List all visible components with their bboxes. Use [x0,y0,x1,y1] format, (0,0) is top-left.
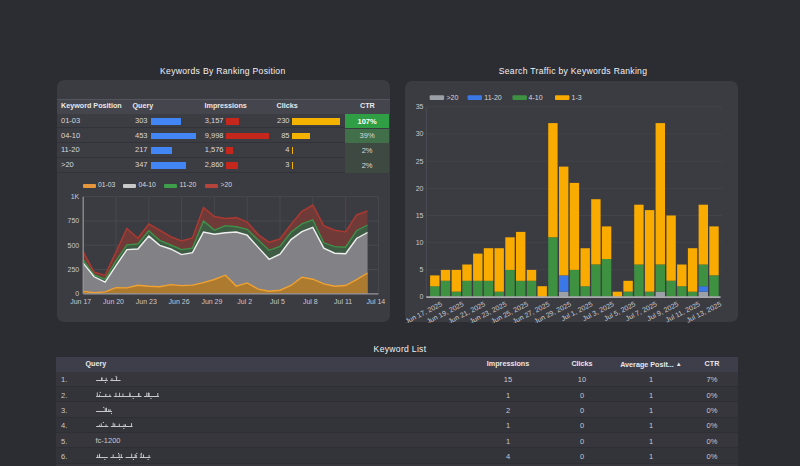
svg-text:15: 15 [416,211,424,218]
svg-text:25: 25 [416,157,424,164]
svg-text:500: 500 [67,242,79,249]
svg-text:750: 750 [67,217,79,224]
svg-text:Jun 26: Jun 26 [168,298,189,305]
svg-text:0: 0 [420,293,424,300]
svg-text:Jul 8: Jul 8 [302,298,317,305]
svg-text:5: 5 [420,266,424,273]
svg-text:Jun 29: Jun 29 [201,298,222,305]
svg-text:30: 30 [416,130,424,137]
svg-text:10: 10 [416,239,424,246]
svg-text:Jun 20: Jun 20 [102,298,123,305]
svg-text:Jul 2: Jul 2 [237,298,252,305]
svg-text:1-3: 1-3 [572,94,582,101]
svg-text:Jul 14: Jul 14 [366,298,385,305]
svg-text:0: 0 [75,290,79,297]
svg-text:Jun 17: Jun 17 [70,298,91,305]
svg-text:250: 250 [67,266,79,273]
svg-text:Jun 23: Jun 23 [135,298,156,305]
svg-text:Jul 5: Jul 5 [270,298,285,305]
svg-text:35: 35 [416,103,424,110]
svg-text:20: 20 [416,184,424,191]
svg-text:11-20: 11-20 [484,94,501,101]
svg-text:Jul 11: Jul 11 [334,298,352,305]
svg-text:1K: 1K [70,193,79,200]
svg-text:4-10: 4-10 [529,94,543,101]
svg-text:>20: >20 [447,94,459,101]
